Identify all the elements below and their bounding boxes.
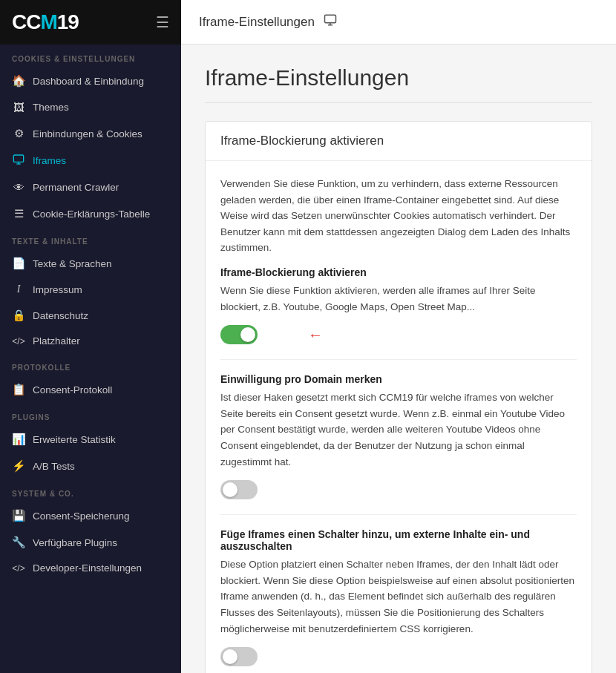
- sidebar-item-label: Platzhalter: [33, 335, 80, 347]
- clipboard-icon: 📋: [12, 383, 25, 396]
- sidebar-item-label: Consent-Speicherung: [33, 511, 130, 522]
- sidebar-item-label: Verfügbare Plugins: [33, 537, 117, 548]
- eye-icon: 👁: [12, 181, 25, 194]
- sidebar-item-label: Permanent Crawler: [33, 182, 119, 193]
- iframe-settings-card: Iframe-Blockierung aktivieren Verwenden …: [205, 121, 592, 673]
- main-content: Iframe-Einstellungen Iframe-Einstellunge…: [181, 0, 616, 673]
- section1-title: Iframe-Blockierung aktivieren: [220, 266, 577, 278]
- iframe-icon: [12, 154, 25, 168]
- section-schalter: Füge Iframes einen Schalter hinzu, um ex…: [220, 528, 577, 666]
- topbar-title: Iframe-Einstellungen: [199, 15, 315, 30]
- toggle-iframe-blockierung[interactable]: [220, 325, 258, 344]
- ab-icon: ⚡: [12, 459, 25, 473]
- sidebar-item-label: Impressum: [33, 284, 82, 295]
- logo-area: CCM19 ☰: [0, 0, 181, 45]
- sidebar-item-label: Cookie-Erklärungs-Tabelle: [33, 209, 150, 220]
- sidebar-item-label: Iframes: [33, 155, 66, 166]
- sidebar-item-label: A/B Tests: [33, 461, 75, 472]
- sidebar-item-einbindungen[interactable]: ⚙ Einbindungen & Cookies: [0, 120, 181, 147]
- sidebar-item-impressum[interactable]: I Impressum: [0, 277, 181, 302]
- sidebar-item-label: Developer-Einstellungen: [33, 562, 142, 574]
- section2-text: Ist dieser Haken gesetzt merkt sich CCM1…: [220, 390, 577, 470]
- intro-text: Verwenden Sie diese Funktion, um zu verh…: [220, 176, 577, 256]
- section3-title: Füge Iframes einen Schalter hinzu, um ex…: [220, 528, 577, 552]
- sidebar-item-themes[interactable]: 🖼 Themes: [0, 94, 181, 120]
- section-label-texte: TEXTE & INHALTE: [0, 227, 181, 250]
- impressum-icon: I: [12, 283, 25, 295]
- toggle1-wrapper: ←: [220, 325, 577, 344]
- sidebar-item-permanent-crawler[interactable]: 👁 Permanent Crawler: [0, 174, 181, 200]
- plugin-icon: 🔧: [12, 536, 25, 549]
- sidebar-item-iframes[interactable]: Iframes ←: [0, 147, 181, 174]
- sidebar-item-label: Erweiterte Statistik: [33, 434, 116, 445]
- home-icon: 🏠: [12, 74, 25, 88]
- section-label-cookies: COOKIES & EINSTELLUNGEN: [0, 45, 181, 68]
- sidebar-item-consent-protokoll[interactable]: 📋 Consent-Protokoll: [0, 376, 181, 403]
- sidebar-item-label: Dashboard & Einbindung: [33, 76, 144, 87]
- divider1: [220, 359, 577, 360]
- sidebar-item-label: Einbindungen & Cookies: [33, 128, 142, 139]
- topbar-monitor-icon: [324, 13, 337, 30]
- section-label-system: SYSTEM & CO.: [0, 479, 181, 502]
- page-title: Iframe-Einstellungen: [205, 65, 592, 103]
- section-einwilligung: Einwilligung pro Domain merken Ist diese…: [220, 373, 577, 499]
- svg-rect-3: [324, 15, 335, 23]
- red-arrow-toggle: ←: [308, 326, 323, 344]
- sidebar-item-dashboard[interactable]: 🏠 Dashboard & Einbindung: [0, 68, 181, 94]
- section-label-plugins: PLUGINS: [0, 403, 181, 426]
- toggle3-wrapper: [220, 647, 577, 666]
- toggle3-knob: [223, 649, 237, 664]
- card-body: Verwenden Sie diese Funktion, um zu verh…: [206, 161, 592, 673]
- section3-text: Diese Option platziert einen Schalter ne…: [220, 557, 577, 637]
- sidebar-item-statistik[interactable]: 📊 Erweiterte Statistik: [0, 426, 181, 453]
- hamburger-button[interactable]: ☰: [156, 13, 169, 31]
- sidebar-item-developer[interactable]: </> Developer-Einstellungen: [0, 556, 181, 580]
- sidebar-item-verfuegbare-plugins[interactable]: 🔧 Verfügbare Plugins: [0, 529, 181, 556]
- toggle1-knob: [240, 327, 255, 342]
- logo: CCM19: [12, 10, 79, 34]
- document-icon: 📄: [12, 257, 25, 270]
- sidebar-item-label: Datenschutz: [33, 310, 88, 321]
- toggle-schalter[interactable]: [220, 647, 258, 666]
- sidebar-item-label: Texte & Sprachen: [33, 258, 112, 269]
- developer-icon: </>: [12, 563, 25, 574]
- sidebar-item-ab-tests[interactable]: ⚡ A/B Tests: [0, 453, 181, 479]
- svg-rect-0: [13, 155, 23, 162]
- toggle-einwilligung[interactable]: [220, 480, 258, 499]
- sidebar-item-label: Themes: [33, 102, 69, 113]
- sidebar-item-label: Consent-Protokoll: [33, 384, 112, 395]
- content-area: Iframe-Einstellungen Iframe-Blockierung …: [181, 45, 616, 673]
- card-header: Iframe-Blockierung aktivieren: [206, 122, 592, 161]
- themes-icon: 🖼: [12, 101, 25, 114]
- chart-icon: 📊: [12, 433, 25, 446]
- sidebar-item-texte[interactable]: 📄 Texte & Sprachen: [0, 250, 181, 277]
- divider2: [220, 514, 577, 515]
- toggle2-knob: [223, 482, 237, 497]
- sidebar-item-cookie-table[interactable]: ☰ Cookie-Erklärungs-Tabelle: [0, 200, 181, 227]
- sidebar-item-datenschutz[interactable]: 🔒 Datenschutz: [0, 302, 181, 329]
- save-icon: 💾: [12, 509, 25, 522]
- section-label-protokolle: PROTOKOLLE: [0, 353, 181, 376]
- section1-text: Wenn Sie diese Funktion aktivieren, werd…: [220, 283, 577, 315]
- sidebar: CCM19 ☰ COOKIES & EINSTELLUNGEN 🏠 Dashbo…: [0, 0, 181, 673]
- code-icon: </>: [12, 336, 25, 347]
- topbar: Iframe-Einstellungen: [181, 0, 616, 45]
- sidebar-item-consent-speicherung[interactable]: 💾 Consent-Speicherung: [0, 502, 181, 529]
- sidebar-item-platzhalter[interactable]: </> Platzhalter: [0, 329, 181, 353]
- lock-icon: 🔒: [12, 309, 25, 322]
- toggle2-wrapper: [220, 480, 577, 499]
- section2-title: Einwilligung pro Domain merken: [220, 373, 577, 385]
- table-icon: ☰: [12, 207, 25, 220]
- gear-icon: ⚙: [12, 127, 25, 140]
- section-iframe-blockierung: Iframe-Blockierung aktivieren Wenn Sie d…: [220, 266, 577, 344]
